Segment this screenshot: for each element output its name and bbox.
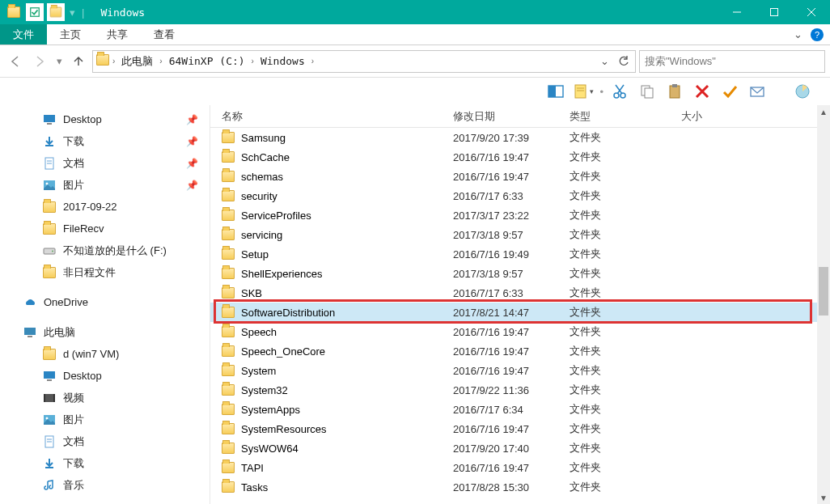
table-row[interactable]: Samsung2017/9/20 17:39文件夹	[210, 128, 830, 147]
quick-access-toolbar: ▾ |	[5, 3, 86, 21]
document-icon	[42, 434, 57, 449]
table-row[interactable]: SKB2016/7/17 6:33文件夹	[210, 283, 830, 303]
address-bar[interactable]: › 此电脑 › 64WinXP (C:) › Windows › ⌄	[92, 50, 636, 73]
sidebar-item[interactable]: 文档📌	[3, 152, 206, 174]
tab-file[interactable]: 文件	[0, 24, 47, 44]
file-date: 2016/7/16 19:47	[453, 462, 570, 474]
file-name: TAPI	[241, 462, 264, 474]
sidebar-item[interactable]: 下载	[3, 452, 206, 474]
sidebar-item[interactable]: 音乐	[3, 474, 206, 496]
file-name: SchCache	[241, 151, 290, 163]
refresh-icon[interactable]	[614, 52, 633, 71]
table-row[interactable]: SchCache2016/7/16 19:47文件夹	[210, 147, 830, 167]
nav-back-button[interactable]	[5, 51, 26, 72]
tool-cut[interactable]	[608, 81, 631, 102]
table-row[interactable]: ServiceProfiles2017/3/17 23:22文件夹	[210, 205, 830, 225]
app-icon[interactable]	[5, 3, 23, 21]
sidebar-item[interactable]: FileRecv	[3, 218, 206, 239]
file-date: 2017/8/21 14:47	[453, 307, 570, 319]
crumb-folder[interactable]: Windows	[256, 51, 310, 72]
nav-up-button[interactable]	[68, 51, 89, 72]
vertical-scrollbar[interactable]: ▲ ▼	[817, 105, 830, 504]
svg-point-11	[620, 93, 625, 98]
crumb-drive[interactable]: 64WinXP (C:)	[164, 51, 250, 72]
sidebar-item[interactable]: Desktop📌	[3, 108, 206, 130]
file-name: SystemApps	[241, 404, 300, 416]
chevron-right-icon[interactable]: ›	[111, 57, 116, 66]
qat-dropdown-icon[interactable]: ▾	[70, 6, 75, 19]
sidebar-item-label: 文档	[63, 434, 84, 449]
sidebar-item[interactable]: 此电脑	[3, 321, 206, 343]
tool-delete[interactable]	[691, 81, 714, 102]
sidebar-item-label: d (win7 VM)	[63, 348, 119, 360]
chevron-right-icon[interactable]: ›	[158, 57, 163, 66]
table-row[interactable]: schemas2016/7/16 19:47文件夹	[210, 167, 830, 186]
table-row[interactable]: SoftwareDistribution2017/8/21 14:47文件夹	[210, 303, 830, 322]
search-input[interactable]: 搜索"Windows"	[639, 50, 825, 73]
table-row[interactable]: System2016/7/16 19:47文件夹	[210, 361, 830, 380]
address-dropdown-icon[interactable]: ⌄	[595, 52, 614, 71]
pictures-icon	[42, 178, 57, 193]
tool-copy[interactable]	[636, 81, 658, 102]
qat-new-folder[interactable]	[47, 3, 65, 21]
table-row[interactable]: SystemResources2016/7/16 19:47文件夹	[210, 419, 830, 438]
sidebar-item[interactable]: Desktop	[3, 365, 206, 387]
sidebar-item[interactable]: OneDrive	[3, 291, 206, 313]
table-row[interactable]: security2016/7/17 6:33文件夹	[210, 186, 830, 205]
close-button[interactable]	[793, 0, 830, 24]
tool-check[interactable]	[718, 81, 741, 102]
table-row[interactable]: Speech2016/7/16 19:47文件夹	[210, 322, 830, 341]
qat-properties[interactable]	[26, 3, 44, 21]
sidebar-item-label: 图片	[63, 413, 84, 427]
sidebar-item[interactable]: 视频	[3, 387, 206, 409]
nav-forward-button[interactable]	[29, 51, 50, 72]
table-row[interactable]: ShellExperiences2017/3/18 9:57文件夹	[210, 264, 830, 283]
scroll-thumb[interactable]	[819, 267, 828, 316]
table-row[interactable]: SystemApps2016/7/17 6:34文件夹	[210, 400, 830, 419]
folder-win-icon	[42, 347, 57, 362]
drive-icon	[42, 244, 57, 258]
scroll-up-icon[interactable]: ▲	[817, 105, 830, 118]
minimize-button[interactable]	[718, 0, 756, 24]
column-name[interactable]: 名称	[222, 109, 453, 124]
ribbon-expand-icon[interactable]: ⌄	[794, 28, 802, 40]
file-date: 2016/7/16 19:49	[453, 248, 570, 260]
tab-share[interactable]: 共享	[94, 24, 141, 44]
sidebar-item[interactable]: 下载📌	[3, 130, 206, 152]
tab-home[interactable]: 主页	[47, 24, 94, 44]
sidebar-item[interactable]: 不知道放的是什么 (F:)	[3, 239, 206, 261]
sidebar-item[interactable]: 图片📌	[3, 174, 206, 196]
table-row[interactable]: SysWOW642017/9/20 17:40文件夹	[210, 438, 830, 458]
table-row[interactable]: System322017/9/22 11:36文件夹	[210, 380, 830, 400]
column-size[interactable]: 大小	[681, 109, 830, 124]
help-icon[interactable]: ?	[811, 28, 824, 41]
tab-view[interactable]: 查看	[141, 24, 188, 44]
table-row[interactable]: Speech_OneCore2016/7/16 19:47文件夹	[210, 341, 830, 361]
tool-preview-pane[interactable]	[544, 81, 567, 102]
title-bar: ▾ | Windows	[0, 0, 830, 24]
sidebar-item[interactable]: 图片	[3, 409, 206, 430]
chevron-right-icon[interactable]: ›	[310, 57, 315, 66]
chevron-right-icon[interactable]: ›	[250, 57, 256, 66]
sidebar-item[interactable]: 非日程文件	[3, 261, 206, 283]
tool-paste[interactable]	[663, 81, 686, 102]
tool-mail[interactable]	[746, 81, 769, 102]
file-date: 2017/3/17 23:22	[453, 210, 570, 222]
column-modified[interactable]: 修改日期	[453, 109, 570, 124]
tool-shell[interactable]	[791, 81, 814, 102]
file-list[interactable]: Samsung2017/9/20 17:39文件夹SchCache2016/7/…	[210, 128, 830, 504]
maximize-button[interactable]	[756, 0, 793, 24]
table-row[interactable]: Tasks2017/8/28 15:30文件夹	[210, 477, 830, 497]
crumb-this-pc[interactable]: 此电脑	[116, 51, 158, 72]
svg-rect-15	[645, 88, 653, 98]
table-row[interactable]: TAPI2016/7/16 19:47文件夹	[210, 458, 830, 477]
table-row[interactable]: Setup2016/7/16 19:49文件夹	[210, 244, 830, 264]
sidebar-item[interactable]: 文档	[3, 430, 206, 452]
tool-note[interactable]: ▾	[572, 81, 595, 102]
sidebar-item[interactable]: d (win7 VM)	[3, 343, 206, 365]
scroll-down-icon[interactable]: ▼	[817, 491, 830, 504]
sidebar-item[interactable]: 2017-09-22	[3, 196, 206, 218]
nav-recent-dropdown[interactable]: ▾	[53, 51, 65, 72]
column-type[interactable]: 类型	[570, 109, 681, 124]
table-row[interactable]: servicing2017/3/18 9:57文件夹	[210, 225, 830, 244]
